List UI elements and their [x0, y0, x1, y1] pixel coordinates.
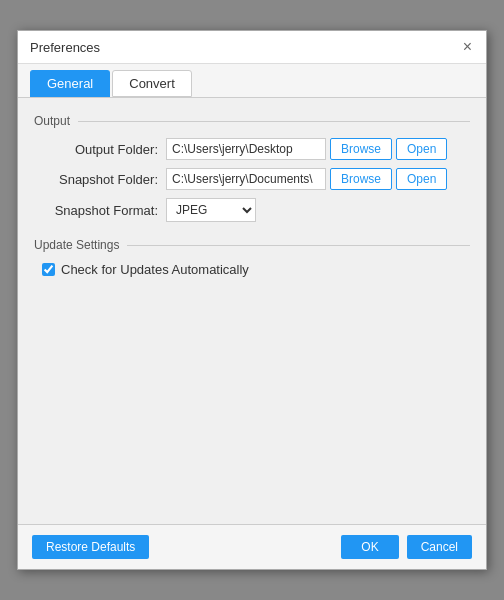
- restore-defaults-button[interactable]: Restore Defaults: [32, 535, 149, 559]
- tab-general[interactable]: General: [30, 70, 110, 97]
- output-folder-row: Output Folder: Browse Open: [34, 138, 470, 160]
- output-folder-browse-button[interactable]: Browse: [330, 138, 392, 160]
- update-settings-title: Update Settings: [34, 238, 470, 252]
- output-folder-label: Output Folder:: [46, 142, 166, 157]
- snapshot-folder-open-button[interactable]: Open: [396, 168, 447, 190]
- check-updates-checkbox[interactable]: [42, 263, 55, 276]
- update-settings-section: Update Settings Check for Updates Automa…: [34, 238, 470, 277]
- dialog-title: Preferences: [30, 40, 100, 55]
- footer: Restore Defaults OK Cancel: [18, 524, 486, 569]
- title-bar: Preferences ×: [18, 31, 486, 64]
- output-folder-input[interactable]: [166, 138, 326, 160]
- snapshot-folder-input[interactable]: [166, 168, 326, 190]
- snapshot-folder-browse-button[interactable]: Browse: [330, 168, 392, 190]
- check-updates-row: Check for Updates Automatically: [34, 262, 470, 277]
- snapshot-format-row: Snapshot Format: JPEG PNG BMP TIFF: [34, 198, 470, 222]
- snapshot-format-select[interactable]: JPEG PNG BMP TIFF: [166, 198, 256, 222]
- tab-convert[interactable]: Convert: [112, 70, 192, 97]
- check-updates-label[interactable]: Check for Updates Automatically: [61, 262, 249, 277]
- output-section: Output Output Folder: Browse Open Snapsh…: [34, 114, 470, 222]
- close-button[interactable]: ×: [461, 39, 474, 55]
- tab-bar: General Convert: [18, 64, 486, 98]
- preferences-dialog: Preferences × General Convert Output Out…: [17, 30, 487, 570]
- snapshot-folder-row: Snapshot Folder: Browse Open: [34, 168, 470, 190]
- footer-right-buttons: OK Cancel: [341, 535, 472, 559]
- output-folder-open-button[interactable]: Open: [396, 138, 447, 160]
- snapshot-format-label: Snapshot Format:: [46, 203, 166, 218]
- cancel-button[interactable]: Cancel: [407, 535, 472, 559]
- output-section-title: Output: [34, 114, 470, 128]
- content-area: Output Output Folder: Browse Open Snapsh…: [18, 98, 486, 524]
- snapshot-folder-label: Snapshot Folder:: [46, 172, 166, 187]
- ok-button[interactable]: OK: [341, 535, 398, 559]
